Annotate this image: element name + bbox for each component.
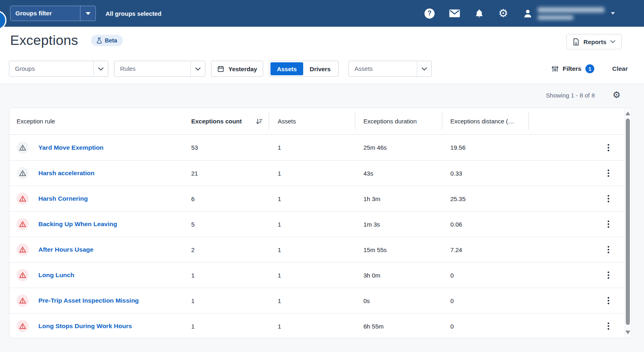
notifications-button[interactable]	[475, 8, 484, 18]
user-menu-caret-icon	[611, 12, 615, 15]
exception-rule-link[interactable]: After Hours Usage	[38, 246, 93, 253]
groups-filter-caret[interactable]	[80, 6, 95, 21]
row-menu-button[interactable]	[605, 295, 612, 307]
column-header-exceptions-duration[interactable]: Exceptions duration	[363, 118, 417, 125]
beta-badge-label: Beta	[105, 37, 117, 44]
exception-rule-link[interactable]: Yard Move Exemption	[38, 144, 103, 151]
flask-icon	[97, 37, 102, 44]
column-divider	[269, 112, 269, 130]
chevron-down-icon	[195, 67, 201, 71]
settings-button[interactable]: ⚙	[498, 8, 508, 19]
warning-triangle-icon	[17, 218, 29, 230]
row-menu-button[interactable]	[605, 218, 612, 230]
list-toolbar: Showing 1 - 8 of 8 ⚙	[546, 89, 621, 102]
top-navigation-bar: ⋮ Groups filter All groups selected ? ⚙	[0, 0, 644, 27]
cell-exceptions-count: 1	[191, 314, 194, 339]
column-settings-button[interactable]: ⚙	[612, 91, 621, 100]
assets-select[interactable]: Assets	[348, 61, 432, 77]
cell-exceptions-distance: 7.24	[450, 237, 462, 262]
table-body: Yard Move Exemption 53 1 25m 46s 19.56 H…	[9, 135, 631, 339]
groups-select-placeholder: Groups	[9, 61, 93, 76]
cell-exceptions-distance: 0.06	[450, 212, 462, 237]
user-menu[interactable]	[523, 7, 615, 20]
cell-exceptions-count: 53	[191, 135, 198, 160]
help-button[interactable]: ?	[424, 8, 435, 19]
page-title: Exceptions	[10, 32, 78, 48]
table-row: Harsh Cornering 6 1 1h 3m 25.35	[9, 186, 631, 211]
cell-exceptions-duration: 3h 0m	[363, 263, 380, 288]
exception-rule-link[interactable]: Long Stops During Work Hours	[38, 322, 132, 330]
warning-triangle-icon	[17, 142, 29, 154]
cell-exceptions-duration: 6h 55m	[363, 314, 384, 339]
showing-count-text: Showing 1 - 8 of 8	[546, 92, 595, 99]
exception-rule-link[interactable]: Backing Up When Leaving	[38, 221, 117, 228]
assets-select-caret[interactable]	[417, 61, 431, 76]
scroll-up-arrow-icon[interactable]	[625, 112, 630, 115]
table-row: Long Stops During Work Hours 1 1 6h 55m …	[9, 313, 631, 339]
table-row: Long Lunch 1 1 3h 0m 0	[9, 262, 631, 288]
cell-exceptions-duration: 0s	[363, 288, 370, 313]
row-menu-button[interactable]	[605, 269, 612, 281]
cell-exceptions-count: 1	[191, 288, 194, 313]
table-row: Yard Move Exemption 53 1 25m 46s 19.56	[9, 135, 631, 160]
exception-rule-link[interactable]: Harsh Cornering	[38, 195, 88, 202]
toggle-drivers[interactable]: Drivers	[303, 62, 337, 75]
cell-assets: 1	[278, 314, 281, 339]
assets-select-placeholder: Assets	[349, 61, 417, 76]
filters-button[interactable]: Filters 1	[551, 64, 595, 73]
scroll-down-arrow-icon[interactable]	[625, 331, 630, 334]
column-header-assets[interactable]: Assets	[278, 118, 296, 125]
column-divider	[528, 112, 529, 130]
clear-filters-button[interactable]: Clear	[612, 65, 628, 72]
column-header-exception-rule[interactable]: Exception rule	[17, 118, 55, 125]
cell-assets: 1	[278, 135, 281, 160]
rules-select-caret[interactable]	[190, 61, 205, 76]
cell-exceptions-count: 6	[191, 186, 194, 211]
column-divider	[355, 112, 355, 130]
groups-select-caret[interactable]	[93, 61, 108, 76]
row-menu-button[interactable]	[605, 142, 612, 154]
cell-exceptions-duration: 1m 3s	[363, 212, 380, 237]
warning-triangle-icon	[17, 193, 29, 205]
filters-sliders-icon	[551, 65, 559, 72]
chevron-down-icon	[422, 67, 427, 71]
groups-selection-status: All groups selected	[106, 10, 161, 17]
exception-rule-link[interactable]: Long Lunch	[38, 271, 74, 279]
row-menu-button[interactable]	[605, 193, 612, 205]
cell-assets: 1	[278, 288, 281, 313]
exception-rule-link[interactable]: Pre-Trip Asset Inspection Missing	[38, 297, 139, 304]
row-menu-button[interactable]	[605, 167, 612, 179]
exception-rule-link[interactable]: Harsh acceleration	[38, 170, 95, 177]
cell-exceptions-count: 21	[191, 161, 198, 186]
cell-exceptions-distance: 0	[450, 263, 454, 288]
bell-icon	[475, 8, 484, 18]
column-header-exceptions-count[interactable]: Exceptions count	[191, 118, 263, 125]
filter-bar: Groups Rules Yesterday Assets Drivers As…	[9, 61, 635, 77]
chevron-down-icon	[610, 40, 615, 43]
cell-exceptions-distance: 19.56	[450, 135, 466, 160]
warning-triangle-icon	[17, 244, 29, 256]
topbar-actions: ? ⚙	[424, 7, 615, 20]
cell-exceptions-distance: 25.35	[450, 186, 466, 211]
calendar-icon	[217, 65, 224, 72]
rules-select[interactable]: Rules	[114, 61, 205, 77]
column-header-exceptions-distance[interactable]: Exceptions distance (…	[450, 118, 514, 125]
help-icon: ?	[424, 8, 435, 19]
row-menu-button[interactable]	[605, 320, 612, 332]
date-range-button[interactable]: Yesterday	[211, 61, 263, 77]
reports-button[interactable]: Reports	[566, 34, 622, 49]
messages-button[interactable]	[449, 9, 460, 17]
cell-assets: 1	[278, 186, 281, 211]
cell-exceptions-duration: 43s	[363, 161, 373, 186]
cell-exceptions-count: 2	[191, 237, 194, 262]
toggle-assets[interactable]: Assets	[270, 62, 303, 75]
cell-exceptions-count: 5	[191, 212, 194, 237]
row-menu-button[interactable]	[605, 244, 612, 256]
groups-filter-dropdown[interactable]: Groups filter	[10, 6, 96, 21]
cell-assets: 1	[278, 212, 281, 237]
chevron-down-icon	[98, 67, 103, 71]
document-icon	[573, 38, 579, 46]
vertical-scrollbar[interactable]	[625, 109, 631, 337]
groups-select[interactable]: Groups	[9, 61, 108, 77]
scrollbar-thumb[interactable]	[626, 119, 630, 325]
